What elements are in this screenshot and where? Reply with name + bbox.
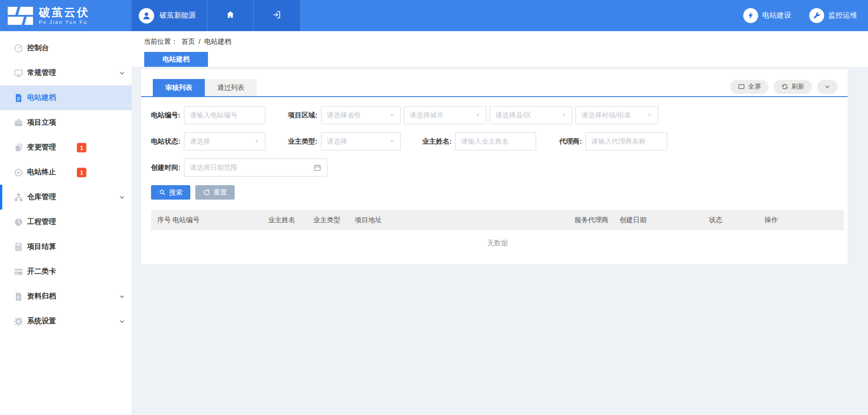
sidebar-item-console[interactable]: 控制台	[0, 36, 132, 61]
gear-icon	[14, 317, 24, 326]
content-area: 审核列表通过列表 全屏刷新 电站编号:请输入电站编号项目区域:请选择省份请选择城…	[132, 67, 868, 415]
create-time-label: 创建时间:	[151, 163, 180, 172]
sidebar-item-station-archive[interactable]: 电站建档	[0, 85, 132, 110]
tab-passed-list[interactable]: 通过列表	[205, 79, 257, 96]
owner-type-placeholder: 请选择	[327, 137, 347, 146]
chevron-down-icon	[824, 83, 831, 90]
region-town-select[interactable]: 请选择村镇/街道	[576, 106, 658, 124]
breadcrumb-current: 电站建档	[204, 37, 231, 45]
calculator-icon	[14, 242, 24, 252]
owner-name-placeholder: 请输入业主姓名	[461, 137, 509, 146]
column-header: 业主类型	[313, 210, 355, 230]
brand-logo: 破茧云伏 Po Jian Yun Fu	[0, 0, 132, 31]
sidebar-item-label: 资料归档	[27, 292, 56, 301]
create-time-placeholder: 请选择日期范围	[190, 163, 237, 172]
home-button[interactable]	[208, 0, 254, 31]
caret-down-icon	[647, 112, 652, 118]
caret-down-icon	[254, 139, 259, 144]
station-status-placeholder: 请选择	[190, 137, 210, 146]
station-no-placeholder: 请输入电站编号	[190, 111, 237, 120]
region-county-select[interactable]: 请选择县/区	[490, 106, 572, 124]
sign-in-button[interactable]	[254, 0, 301, 31]
search-button-label: 搜索	[169, 188, 183, 197]
header-actions: 电站建设监控运维	[743, 0, 868, 31]
station-no-input[interactable]: 请输入电站编号	[184, 106, 265, 124]
sidebar-item-label: 项目结算	[27, 242, 56, 252]
filter-row: 电站状态:请选择业主类型:请选择业主姓名:请输入业主姓名代理商:请输入代理商名称	[151, 132, 838, 150]
sidebar-item-station-termination[interactable]: 电站终止1	[0, 160, 132, 185]
card-icon	[14, 267, 24, 277]
reset-button-label: 重置	[213, 188, 227, 197]
sidebar-item-label: 项目立项	[27, 118, 56, 127]
file-text-icon	[14, 292, 24, 302]
results-table-wrap: 序号电站编号业主姓名业主类型项目地址服务代理商创建日期状态操作 无数据	[151, 210, 844, 256]
filter-row: 创建时间:请选择日期范围	[151, 159, 838, 177]
search-button[interactable]: 搜索	[151, 185, 190, 200]
sitemap-icon	[14, 192, 24, 202]
owner-type-select[interactable]: 请选择	[321, 132, 401, 150]
sidebar-item-label: 仓库管理	[27, 192, 56, 202]
monitoring-ops-button[interactable]: 监控运维	[809, 8, 857, 23]
table-header-row: 序号电站编号业主姓名业主类型项目地址服务代理商创建日期状态操作	[151, 210, 844, 230]
agent-placeholder: 请输入代理商名称	[591, 137, 646, 146]
monitoring-ops-label: 监控运维	[828, 11, 857, 20]
target-icon	[14, 168, 24, 177]
panel-card: 审核列表通过列表 全屏刷新 电站编号:请输入电站编号项目区域:请选择省份请选择城…	[141, 69, 848, 264]
form-actions: 搜索 重置	[141, 185, 848, 200]
pie-icon	[14, 217, 24, 227]
filter-form: 电站编号:请输入电站编号项目区域:请选择省份请选择城市请选择县/区请选择村镇/街…	[141, 97, 848, 177]
region-city-select[interactable]: 请选择城市	[404, 106, 486, 124]
filter-row: 电站编号:请输入电站编号项目区域:请选择省份请选择城市请选择县/区请选择村镇/街…	[151, 106, 838, 124]
region-province-placeholder: 请选择省份	[327, 111, 361, 120]
sidebar-item-warehouse-management[interactable]: 仓库管理	[0, 185, 132, 210]
station-status-select[interactable]: 请选择	[184, 132, 265, 150]
fullscreen-button[interactable]: 全屏	[730, 80, 769, 94]
sidebar-item-project-settlement[interactable]: 项目结算	[0, 234, 132, 259]
breadcrumb-home-link[interactable]: 首页	[181, 37, 195, 45]
station-construction-button[interactable]: 电站建设	[743, 8, 791, 23]
sidebar-item-label: 控制台	[27, 43, 49, 53]
copy-icon	[14, 143, 24, 153]
user-name: 破茧新能源	[160, 11, 196, 20]
caret-down-icon	[389, 112, 395, 118]
owner-name-input[interactable]: 请输入业主姓名	[455, 132, 536, 150]
caret-down-icon	[389, 139, 395, 144]
sidebar-nav: 控制台常规管理电站建档项目立项变更管理1电站终止1仓库管理工程管理项目结算开二类…	[0, 31, 132, 415]
sidebar-item-project-initiation[interactable]: 项目立项	[0, 110, 132, 135]
top-header: 破茧云伏 Po Jian Yun Fu 破茧新能源 电	[0, 0, 868, 31]
region-town-placeholder: 请选择村镇/街道	[581, 111, 631, 120]
column-header: 状态	[709, 210, 764, 230]
sidebar-item-data-archive[interactable]: 资料归档	[0, 284, 132, 309]
breadcrumb-prefix: 当前位置：	[144, 37, 178, 45]
sidebar-item-system-settings[interactable]: 系统设置	[0, 309, 132, 334]
create-time-date-input[interactable]: 请选择日期范围	[184, 159, 327, 177]
sidebar-item-engineering-management[interactable]: 工程管理	[0, 210, 132, 234]
reset-button[interactable]: 重置	[195, 185, 235, 200]
collapse-button[interactable]	[817, 80, 838, 94]
station-status-label: 电站状态:	[151, 137, 180, 146]
page-tab-station-archive[interactable]: 电站建档	[144, 52, 208, 67]
user-profile[interactable]: 破茧新能源	[132, 0, 208, 31]
sidebar-item-label: 常规管理	[27, 68, 56, 78]
gauge-icon	[14, 43, 24, 53]
file-text-icon	[14, 93, 24, 103]
sidebar-item-second-class-card[interactable]: 开二类卡	[0, 259, 132, 284]
search-icon	[159, 189, 166, 196]
agent-input[interactable]: 请输入代理商名称	[585, 132, 667, 150]
sidebar-item-general-management[interactable]: 常规管理	[0, 61, 132, 85]
panel-tabs-row: 审核列表通过列表 全屏刷新	[141, 69, 848, 97]
app-title: 破茧云伏	[39, 6, 90, 18]
column-header: 项目地址	[355, 210, 575, 230]
refresh-button[interactable]: 刷新	[774, 80, 812, 94]
empty-state: 无数据	[151, 230, 844, 256]
fullscreen-label: 全屏	[748, 83, 761, 91]
panel-tools: 全屏刷新	[730, 80, 838, 96]
column-header: 服务代理商	[575, 210, 620, 230]
owner-type-label: 业主类型:	[288, 137, 317, 146]
region-province-select[interactable]: 请选择省份	[321, 106, 401, 124]
sidebar-item-change-management[interactable]: 变更管理1	[0, 135, 132, 160]
sidebar-item-label: 电站终止	[27, 168, 56, 177]
tab-review-list[interactable]: 审核列表	[153, 79, 205, 96]
column-header: 创建日期	[619, 210, 709, 230]
owner-name-label: 业主姓名:	[422, 137, 452, 146]
